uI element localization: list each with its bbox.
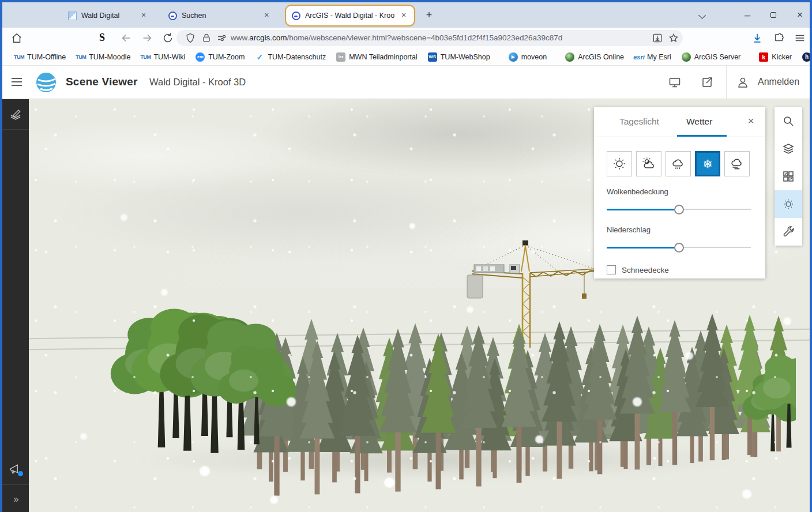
tum-logo-icon: TUM: [14, 52, 24, 62]
browser-tab-strip: Wald Digital × Suchen × ArcGIS - Wald Di…: [2, 2, 810, 28]
moveon-icon: ▶: [509, 52, 518, 62]
site-permissions-icon[interactable]: [216, 32, 227, 44]
forward-button-icon[interactable]: [141, 32, 153, 44]
weather-partly-cloudy-button[interactable]: [636, 151, 661, 176]
window-maximize-button[interactable]: [764, 6, 783, 24]
active-tab-underline: [677, 135, 727, 137]
cloud-cover-slider[interactable]: [607, 205, 751, 214]
browser-menu-icon[interactable]: [794, 32, 806, 44]
bookmark-tum-offline[interactable]: TUMTUM-Offline: [10, 51, 70, 63]
url-text: www.arcgis.com/home/webscene/viewer.html…: [231, 33, 562, 42]
favorite-star-icon[interactable]: [668, 32, 679, 44]
tab-wetter-active[interactable]: Wetter: [686, 116, 712, 127]
forest-stand-model: [81, 295, 796, 510]
bookmark-tum-moodle[interactable]: TUMTUM-Moodle: [72, 51, 134, 63]
weather-snowy-button-active[interactable]: ❄: [695, 151, 720, 176]
bookmark-tum-wiki[interactable]: TUMTUM-Wiki: [137, 51, 189, 63]
bookmark-my-esri[interactable]: esriMy Esri: [630, 51, 675, 63]
wrench-icon: [781, 225, 795, 239]
header-divider: [726, 66, 727, 99]
share-icon[interactable]: [700, 76, 714, 89]
layers-icon: [781, 142, 795, 156]
rain-cloud-icon: [671, 156, 686, 171]
weather-panel: Tageslicht Wetter ×: [594, 107, 765, 278]
tum-logo-icon: TUM: [76, 52, 85, 62]
weather-sunny-button[interactable]: [607, 151, 632, 176]
feedback-button[interactable]: [2, 457, 29, 482]
kicker-badge-icon: k: [759, 52, 768, 62]
tools-wrench-button[interactable]: [775, 218, 802, 246]
tab-close-icon[interactable]: ×: [261, 10, 272, 21]
extensions-icon[interactable]: [773, 32, 785, 44]
present-icon[interactable]: [668, 76, 682, 89]
fog-cloud-icon: [730, 156, 745, 171]
tab-tageslicht[interactable]: Tageslicht: [619, 116, 659, 127]
panel-close-icon[interactable]: ×: [745, 115, 757, 127]
browser-tab-1[interactable]: Wald Digital ×: [62, 6, 155, 25]
esri-logo-icon: esri: [634, 52, 644, 62]
back-button-icon[interactable]: [120, 32, 133, 44]
design-sketch-button[interactable]: [2, 101, 29, 127]
weather-foggy-button[interactable]: [724, 151, 750, 176]
globe-icon: [682, 52, 691, 62]
browser-tab-2[interactable]: Suchen ×: [163, 6, 278, 25]
reload-button-icon[interactable]: [161, 32, 174, 44]
tab-title: Wald Digital: [81, 12, 119, 20]
search-icon: [781, 114, 795, 128]
home-button-icon[interactable]: [10, 32, 23, 44]
bookmark-arcgis-online[interactable]: ArcGIS Online: [561, 51, 628, 63]
basemap-tool-button[interactable]: [775, 163, 802, 190]
bookmark-tum-webshop[interactable]: WSTUM-WebShop: [424, 51, 494, 63]
sidebar-divider: [2, 129, 29, 130]
weather-panel-tabs: Tageslicht Wetter ×: [594, 107, 765, 137]
bookmark-moveon[interactable]: ▶moveon: [505, 51, 551, 63]
zoom-badge-icon: zm: [196, 52, 205, 62]
sign-in-button[interactable]: Anmelden: [758, 77, 799, 87]
app-install-icon[interactable]: [652, 32, 663, 44]
browser-tab-3-active[interactable]: ArcGIS - Wald Digital - Kroof 3D ×: [286, 6, 414, 25]
s-extension-icon[interactable]: S: [99, 32, 105, 44]
bookmark-kicker[interactable]: kKicker: [755, 51, 796, 63]
bookmarks-bar: TUMTUM-Offline TUMTUM-Moodle TUMTUM-Wiki…: [2, 48, 810, 66]
layers-tool-button[interactable]: [775, 135, 802, 163]
sketch-layers-pencil-icon: [9, 107, 22, 121]
sidebar-divider: [2, 484, 29, 485]
tab-favicon-tile-icon: [68, 12, 77, 20]
snowflakes-large: [409, 223, 415, 229]
address-bar-input[interactable]: www.arcgis.com/home/webscene/viewer.html…: [176, 30, 683, 46]
new-tab-button[interactable]: +: [422, 8, 437, 23]
bookmark-tum-zoom[interactable]: zmTUM-Zoom: [191, 51, 249, 63]
browser-address-toolbar: S www.arcgis.com/home/webscene/viewer.ht…: [2, 28, 810, 48]
bookmark-tum-datenschutz[interactable]: ✓TUM-Datenschutz: [251, 51, 330, 63]
window-minimize-button[interactable]: –: [738, 6, 757, 24]
lock-icon[interactable]: [201, 32, 212, 44]
checkmark-icon: ✓: [255, 52, 264, 62]
weather-rainy-button[interactable]: [666, 151, 691, 176]
viewer-menu-icon[interactable]: [12, 78, 22, 86]
tab-favicon-arcgis-icon: [292, 12, 300, 20]
window-frame-top: [0, 0, 812, 2]
tab-title: ArcGIS - Wald Digital - Kroof 3D: [305, 12, 394, 20]
bookmark-arcgis-server[interactable]: ArcGIS Server: [678, 51, 745, 63]
downloads-icon[interactable]: [751, 32, 764, 44]
tab-close-icon[interactable]: ×: [399, 10, 408, 21]
tum-logo-icon: TUM: [141, 52, 150, 62]
expand-sidebar-button[interactable]: »: [2, 487, 29, 512]
tab-list-chevron-icon[interactable]: [692, 6, 712, 24]
snow-cover-checkbox[interactable]: [607, 265, 616, 274]
slider-handle[interactable]: [674, 243, 684, 253]
scene-title: Wald Digital - Kroof 3D: [149, 77, 246, 88]
window-frame-right: [810, 0, 812, 512]
user-icon[interactable]: [736, 76, 750, 89]
daylight-weather-tool-button-active[interactable]: [775, 190, 802, 218]
bookmark-mwn-teiladminportal[interactable]: lrzMWN Teiladminportal: [332, 51, 422, 63]
window-close-button[interactable]: ×: [790, 6, 810, 24]
viewer-left-sidebar: »: [2, 99, 29, 512]
shield-icon[interactable]: [185, 32, 196, 44]
precipitation-slider[interactable]: [607, 243, 751, 253]
snow-cover-row: Schneedecke: [607, 265, 753, 274]
slider-handle[interactable]: [674, 205, 684, 214]
search-tool-button[interactable]: [775, 107, 802, 135]
tab-close-icon[interactable]: ×: [138, 10, 149, 21]
tab-title: Suchen: [182, 12, 206, 20]
